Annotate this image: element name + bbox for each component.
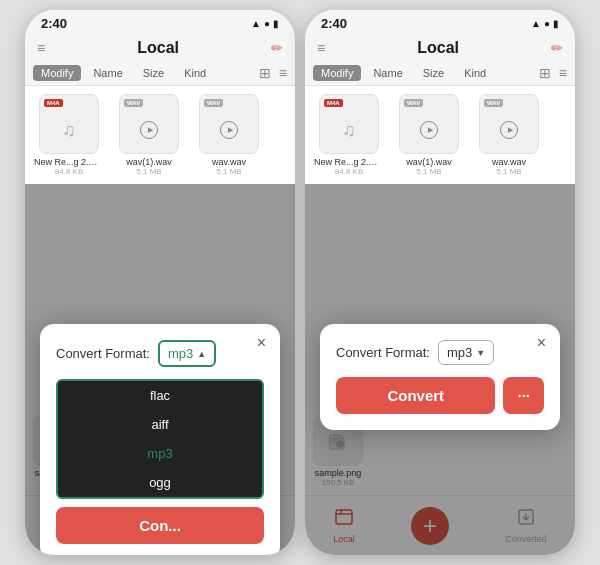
status-time-right: 2:40 [321,16,347,31]
edit-icon-left[interactable]: ✏ [271,40,283,56]
modal-overlay-right: × Convert Format: mp3 ▼ Convert ··· [305,184,575,555]
filter-size-right[interactable]: Size [415,65,452,81]
convert-more-button-right[interactable]: ··· [503,377,544,414]
phone-content-left: × Convert Format: mp3 ▲ flac aiff mp3 [25,184,295,555]
status-bar-right: 2:40 ▲ ● ▮ [305,10,575,35]
page-title-left: Local [137,39,179,57]
list-view-icon-right[interactable]: ≡ [559,65,567,81]
filter-kind-left[interactable]: Kind [176,65,214,81]
grid-view-icon-right[interactable]: ⊞ [539,65,551,81]
status-bar-left: 2:40 ▲ ● ▮ [25,10,295,35]
file-badge-m4a: M4A [44,99,63,107]
format-label-left: Convert Format: [56,346,150,361]
modal-close-right[interactable]: × [537,334,546,352]
file-badge-wav: WAV [204,99,223,107]
file-name-wav1: wav(1).wav [114,157,184,167]
wifi-icon-right: ● [544,18,550,29]
file-icon-m4a: M4A ♫ [39,94,99,154]
file-wave-icon-r: ♫ [342,120,356,141]
signal-icon: ▲ [251,18,261,29]
file-size-m4a-r: 84.8 KB [335,167,363,176]
selected-format-left: mp3 [168,346,193,361]
right-phone: 2:40 ▲ ● ▮ ≡ Local ✏ Modify Name Size Ki… [305,10,575,555]
left-phone: 2:40 ▲ ● ▮ ≡ Local ✏ Modify Name Size Ki… [25,10,295,555]
battery-icon-right: ▮ [553,18,559,29]
signal-icon-right: ▲ [531,18,541,29]
file-grid-left: M4A ♫ New Re...g 2.m4a 84.8 KB WAV wav(1… [25,86,295,184]
file-name-wav-r: wav.wav [474,157,544,167]
filter-modify-right[interactable]: Modify [313,65,361,81]
file-item[interactable]: WAV wav.wav 5.1 MB [193,94,265,176]
file-badge-wav-r: WAV [484,99,503,107]
filter-size-left[interactable]: Size [135,65,172,81]
file-icon-wav1: WAV [119,94,179,154]
edit-icon-right[interactable]: ✏ [551,40,563,56]
file-icon-wav-r: WAV [479,94,539,154]
dropdown-item-mp3[interactable]: mp3 [58,439,262,468]
phones-wrapper: 2:40 ▲ ● ▮ ≡ Local ✏ Modify Name Size Ki… [15,0,585,565]
format-select-left[interactable]: mp3 ▲ [158,340,216,367]
nav-bar-left: ≡ Local ✏ [25,35,295,61]
dropdown-item-aiff[interactable]: aiff [58,410,262,439]
modal-box-left: × Convert Format: mp3 ▲ flac aiff mp3 [40,324,280,555]
format-label-right: Convert Format: [336,345,430,360]
convert-button-right[interactable]: Convert [336,377,495,414]
filter-name-right[interactable]: Name [365,65,410,81]
file-icon-wav1-r: WAV [399,94,459,154]
file-item[interactable]: WAV wav(1).wav 5.1 MB [113,94,185,176]
file-item-r[interactable]: M4A ♫ New Re...g 2.m4a 84.8 KB [313,94,385,176]
file-icon-wav: WAV [199,94,259,154]
file-grid-right: M4A ♫ New Re...g 2.m4a 84.8 KB WAV wav(1… [305,86,575,184]
menu-icon-left[interactable]: ≡ [37,40,45,56]
status-time-left: 2:40 [41,16,67,31]
modal-overlay-left: × Convert Format: mp3 ▲ flac aiff mp3 [25,184,295,555]
filter-bar-left: Modify Name Size Kind ⊞ ≡ [25,61,295,86]
convert-btn-row-right: Convert ··· [336,377,544,414]
file-size-wav-r: 5.1 MB [496,167,521,176]
file-item[interactable]: M4A ♫ New Re...g 2.m4a 84.8 KB [33,94,105,176]
file-item-r2[interactable]: WAV wav(1).wav 5.1 MB [393,94,465,176]
selected-format-right: mp3 [447,345,472,360]
dropdown-item-flac[interactable]: flac [58,381,262,410]
file-play-icon2-r [500,121,518,139]
format-row-right: Convert Format: mp3 ▼ [336,340,544,365]
file-name-m4a-r: New Re...g 2.m4a [314,157,384,167]
file-play-icon2 [220,121,238,139]
nav-bar-right: ≡ Local ✏ [305,35,575,61]
file-name-wav: wav.wav [194,157,264,167]
file-badge-wav1-r: WAV [404,99,423,107]
menu-icon-right[interactable]: ≡ [317,40,325,56]
convert-button-left[interactable]: Con... [56,507,264,544]
filter-bar-right: Modify Name Size Kind ⊞ ≡ [305,61,575,86]
battery-icon: ▮ [273,18,279,29]
list-view-icon-left[interactable]: ≡ [279,65,287,81]
filter-modify-left[interactable]: Modify [33,65,81,81]
wifi-icon: ● [264,18,270,29]
file-size-wav1: 5.1 MB [136,167,161,176]
filter-name-left[interactable]: Name [85,65,130,81]
dropdown-arrow-right: ▼ [476,348,485,358]
modal-box-right: × Convert Format: mp3 ▼ Convert ··· [320,324,560,430]
file-play-icon [140,121,158,139]
file-wave-icon: ♫ [62,120,76,141]
status-icons-left: ▲ ● ▮ [251,18,279,29]
format-select-right[interactable]: mp3 ▼ [438,340,494,365]
dropdown-list-left: flac aiff mp3 ogg [56,379,264,499]
file-name-m4a: New Re...g 2.m4a [34,157,104,167]
filter-kind-right[interactable]: Kind [456,65,494,81]
modal-close-left[interactable]: × [257,334,266,352]
file-badge-m4a-r: M4A [324,99,343,107]
file-item-r3[interactable]: WAV wav.wav 5.1 MB [473,94,545,176]
grid-view-icon-left[interactable]: ⊞ [259,65,271,81]
page-title-right: Local [417,39,459,57]
format-row-left: Convert Format: mp3 ▲ [56,340,264,367]
dropdown-item-ogg[interactable]: ogg [58,468,262,497]
file-icon-m4a-r: M4A ♫ [319,94,379,154]
file-name-wav1-r: wav(1).wav [394,157,464,167]
file-badge-wav1: WAV [124,99,143,107]
dropdown-arrow-left: ▲ [197,349,206,359]
file-play-icon-r [420,121,438,139]
file-size-wav1-r: 5.1 MB [416,167,441,176]
status-icons-right: ▲ ● ▮ [531,18,559,29]
file-size-m4a: 84.8 KB [55,167,83,176]
